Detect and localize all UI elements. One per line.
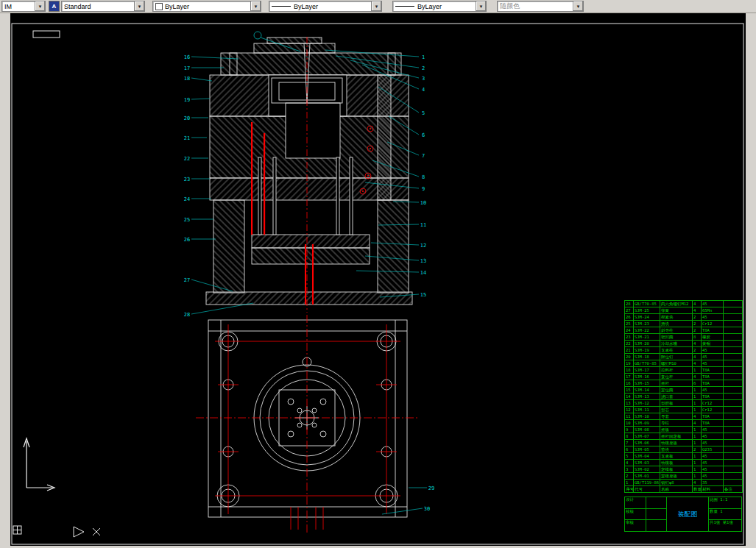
check-label: 校核 <box>625 509 646 520</box>
bom-row: 7SJM-06动模座板145 <box>625 440 743 446</box>
bom-row: 2SJM-01定模座板145 <box>625 473 743 480</box>
bom-row: 26SJM-24楔紧块245 <box>625 314 743 321</box>
callout-number: 27 <box>184 277 190 283</box>
callout-number: 12 <box>420 243 426 249</box>
linetype-dropdown-icon[interactable]: ▼ <box>371 1 381 11</box>
design-label: 设计 <box>625 497 646 508</box>
title-block: 设计 校核 审核 装配图 比例 1:1 数量 1 共1张 第1张 <box>624 497 742 532</box>
linetype-control-combo[interactable]: ByLayer ▼ <box>269 1 382 12</box>
callout-number: 2 <box>422 65 425 71</box>
plot-style-dropdown-icon: ▼ <box>573 1 583 11</box>
bom-row: 1GB/T119-86销钉φ8435 <box>625 480 743 486</box>
text-style-value: Standard <box>62 1 134 11</box>
callout-number: 7 <box>422 153 425 159</box>
plot-style-control-combo: 随颜色 ▼ <box>497 1 584 12</box>
callout-number: 20 <box>184 115 190 121</box>
callout-number: 25 <box>184 217 190 223</box>
callout-number: 13 <box>420 258 426 264</box>
callout-number: 4 <box>422 87 425 93</box>
bom-row: 24SJM-22斜导柱2T8A <box>625 327 743 334</box>
workspace-frame: 1617181920212223242526272812345678910111… <box>0 13 756 548</box>
callout-number: 30 <box>424 506 430 512</box>
callout-number: 18 <box>184 76 190 82</box>
bom-row: 13SJM-12型腔板1Cr12 <box>625 400 743 407</box>
bom-row: 15SJM-14定位圈145 <box>625 387 743 394</box>
bom-row: 20SJM-18限位钉445 <box>625 354 743 360</box>
bom-row: 21SJM-19支承柱245 <box>625 347 743 354</box>
bom-row: 27SJM-25弹簧465Mn <box>625 307 743 314</box>
callout-number: 21 <box>184 135 190 141</box>
bom-row: 10SJM-09导柱4T8A <box>625 420 743 427</box>
callout-leader <box>191 78 212 81</box>
audit-label: 审核 <box>625 520 646 531</box>
callout-number: 23 <box>184 177 190 182</box>
object-properties-toolbar: IM ▼ A Standard ▼ ByLayer ▼ ByLayer ▼ <box>0 0 756 13</box>
color-control-combo[interactable]: ByLayer ▼ <box>152 1 261 12</box>
callout-number: 8 <box>422 174 425 180</box>
lineweight-control-combo[interactable]: ByLayer ▼ <box>392 1 487 12</box>
linetype-sample-icon <box>272 6 291 7</box>
bom-row: 5SJM-04支承板145 <box>625 453 743 460</box>
scale-field: 比例 1:1 <box>709 497 741 509</box>
bom-parts-list: 28GB/T70-85内六角螺钉M1244527SJM-25弹簧465Mn26S… <box>624 300 743 493</box>
bom-row: 23SJM-21密封圈8橡胶 <box>625 334 743 341</box>
text-style-dropdown-icon[interactable]: ▼ <box>134 1 144 11</box>
lineweight-dropdown-icon[interactable]: ▼ <box>476 1 486 11</box>
callout-number: 19 <box>184 97 190 103</box>
bom-row: 9SJM-08推板145 <box>625 427 743 433</box>
dim-style-combo[interactable]: IM ▼ <box>1 1 46 12</box>
bom-row: 17SJM-16复位杆4T8A <box>625 374 743 380</box>
dim-style-value: IM <box>2 1 35 11</box>
color-dropdown-icon[interactable]: ▼ <box>250 1 261 11</box>
section-arrow-symbol <box>74 527 100 537</box>
bom-row: 28GB/T70-85内六角螺钉M12445 <box>625 301 743 307</box>
bom-row: 25SJM-23滑块2Cr12 <box>625 321 743 327</box>
plot-style-value: 随颜色 <box>498 1 573 11</box>
bom-row: 18SJM-17拉料杆1T8A <box>625 367 743 374</box>
mold-plan-view <box>208 320 407 517</box>
callout-number: 6 <box>422 132 425 138</box>
callout-number: 16 <box>184 54 190 60</box>
callout-number: 15 <box>420 292 426 298</box>
bom-row: 19GB/T70-85螺钉M10445 <box>625 360 743 367</box>
qty-field: 数量 1 <box>709 509 741 521</box>
drawing-canvas[interactable]: 1617181920212223242526272812345678910111… <box>10 13 746 546</box>
callout-number: 5 <box>422 110 425 116</box>
callout-number: 29 <box>428 485 434 491</box>
callout-number: 24 <box>184 196 190 202</box>
linetype-control-value: ByLayer <box>294 3 318 10</box>
ucs-icon <box>24 438 54 491</box>
callout-number: 17 <box>184 65 190 71</box>
bom-row: 16SJM-15推杆6T8A <box>625 380 743 387</box>
callout-number: 28 <box>184 312 190 318</box>
bom-row: 6SJM-05垫块2Q235 <box>625 446 743 453</box>
bom-row: 8SJM-07推杆固定板145 <box>625 433 743 440</box>
color-control-value: ByLayer <box>165 3 189 10</box>
bom-row: 4SJM-03动模板145 <box>625 460 743 466</box>
bom-row: 22SJM-20冷却水嘴4黄铜 <box>625 341 743 347</box>
callout-leader <box>191 99 210 99</box>
sheet-corner-mark <box>13 526 21 534</box>
bom-row: 11SJM-10导套4T8A <box>625 413 743 420</box>
callout-number: 9 <box>422 186 425 192</box>
callout-number: 10 <box>420 200 426 206</box>
callout-leader <box>382 508 423 514</box>
callout-number: 11 <box>420 222 426 228</box>
callout-number: 1 <box>422 54 425 60</box>
drawing-title: 装配图 <box>667 497 709 531</box>
text-style-icon[interactable]: A <box>49 1 60 12</box>
bom-row: 14SJM-13浇口套1T8A <box>625 394 743 400</box>
callout-number: 26 <box>184 237 190 243</box>
callout-number: 22 <box>184 156 190 162</box>
callout-number: 3 <box>422 76 425 82</box>
callout-number: 14 <box>420 270 426 276</box>
bom-row: 12SJM-11型芯1Cr12 <box>625 407 743 413</box>
cad-application-window: IM ▼ A Standard ▼ ByLayer ▼ ByLayer ▼ <box>0 0 756 548</box>
sheet-field: 共1张 第1张 <box>709 520 741 531</box>
mold-section-view <box>206 38 412 305</box>
lineweight-sample-icon <box>395 6 414 7</box>
bom-row: 序号代号名称数量材料备注 <box>625 486 743 493</box>
color-swatch-icon <box>155 3 163 10</box>
text-style-combo[interactable]: Standard ▼ <box>61 1 145 12</box>
dim-style-dropdown-icon[interactable]: ▼ <box>35 1 45 11</box>
